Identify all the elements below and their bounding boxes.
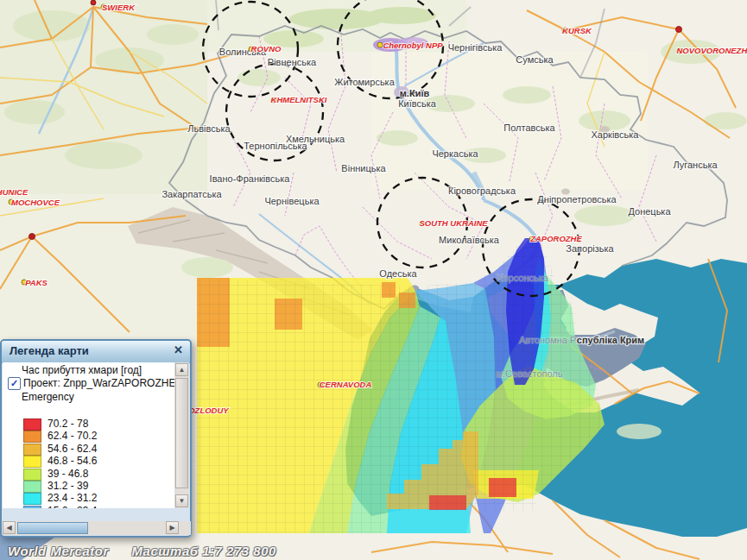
legend-class-row: 62.4 - 70.2 <box>3 430 174 442</box>
legend-range-label: 62.4 - 70.2 <box>47 430 97 442</box>
map-label: Черкаська <box>432 148 478 159</box>
npp-label: SWIERK <box>102 3 136 12</box>
map-label: спубліка Крим <box>577 335 644 345</box>
legend-horizontal-scrollbar[interactable]: ◀ ▶ <box>3 521 191 535</box>
legend-color-swatch <box>23 469 41 481</box>
legend-group-label: Emergency <box>22 391 74 403</box>
legend-color-swatch <box>23 418 41 431</box>
legend-range-label: 70.2 - 78 <box>47 418 88 430</box>
legend-class-row: 23.4 - 31.2 <box>3 492 174 504</box>
npp-label: HUNICE <box>0 187 28 197</box>
map-label: Луганська <box>673 160 718 170</box>
legend-color-swatch <box>23 456 41 468</box>
map-label: Дніпропетровська <box>537 194 617 204</box>
map-label: Полтавська <box>503 123 555 133</box>
npp-label: Chernobyl NPP <box>383 41 443 50</box>
npp-label: ZAPOROZHE <box>529 234 582 243</box>
map-label: Херсонська <box>497 273 549 283</box>
npp-label: KHMELNITSKI <box>271 95 327 104</box>
map-label: Рівненська <box>268 57 317 67</box>
legend-color-swatch <box>23 444 41 456</box>
npp-label: ROVNO <box>251 44 282 53</box>
map-label: Хмельницька <box>286 134 345 144</box>
project-checkbox[interactable]: ✓ <box>8 377 21 390</box>
legend-class-row: 70.2 - 78 <box>3 418 174 430</box>
city-dot <box>91 0 96 5</box>
scroll-down-icon[interactable]: ▼ <box>175 494 188 507</box>
map-label: Сумська <box>516 54 554 65</box>
scroll-up-icon[interactable]: ▲ <box>175 363 188 376</box>
map-label: Донецька <box>628 206 671 217</box>
map-label: Кіровоградська <box>448 186 516 196</box>
npp-label: SOUTH UKRAINE <box>419 218 488 228</box>
map-label: Харківська <box>592 129 640 140</box>
legend-panel-body: Час прибуття хмари [год] ✓ Проект: Znpp_… <box>3 362 175 508</box>
close-icon[interactable]: ✕ <box>174 343 183 356</box>
npp-site-dot <box>377 42 383 47</box>
city-dot <box>676 27 682 33</box>
map-label: Одеська <box>379 268 417 279</box>
statusbar: World Mercator Масштаб 1:7 273 800 <box>8 544 295 558</box>
legend-range-label: 54.6 - 62.4 <box>47 443 97 455</box>
city-dot <box>29 234 35 240</box>
map-label: Запорізька <box>566 243 614 254</box>
map-label: Миколаївська <box>439 235 500 245</box>
npp-label: CERNAVODA <box>320 380 372 389</box>
legend-color-swatch <box>23 431 41 443</box>
legend-class-row: 31.2 - 39 <box>3 480 174 492</box>
legend-panel-titlebar[interactable]: Легенда карти ✕ <box>2 341 190 363</box>
vertical-scroll-thumb[interactable] <box>175 378 188 488</box>
map-label: м.Севастополь <box>496 368 562 379</box>
legend-color-swatch <box>23 481 41 493</box>
gis-application-window: ВолинськаРівненськаЖитомирськаЧернігівсь… <box>0 0 747 560</box>
legend-class-row: 46.8 - 54.6 <box>3 455 174 467</box>
legend-subtitle: Час прибуття хмари [год] <box>22 364 142 376</box>
legend-range-label: 46.8 - 54.6 <box>47 455 97 467</box>
legend-color-swatch <box>23 493 41 505</box>
scroll-right-icon[interactable]: ▶ <box>166 521 179 534</box>
npp-label: NOVOVORONEZH2 <box>676 46 747 55</box>
npp-label: MOCHOVCE <box>11 198 60 207</box>
npp-label: PAKS <box>25 278 47 287</box>
map-label: Житомирська <box>334 77 395 87</box>
project-label: Проект: Znpp_WarZAPOROZHE-1-202 <box>23 377 175 389</box>
map-label: Вінницька <box>341 163 386 173</box>
scale-label: Масштаб 1:7 273 800 <box>131 544 275 558</box>
legend-class-row: 54.6 - 62.4 <box>3 443 174 455</box>
legend-range-label: 23.4 - 31.2 <box>47 492 97 504</box>
scroll-left-icon[interactable]: ◀ <box>3 521 16 534</box>
legend-range-label: 15.6 - 23.4 <box>47 505 97 508</box>
map-label: Київська <box>398 98 437 109</box>
map-label: Івано-Франківська <box>210 173 291 184</box>
projection-label: World Mercator <box>8 544 109 558</box>
map-label: Автономна Ре <box>519 335 581 345</box>
map-label: Закарпатська <box>161 189 222 199</box>
map-label: Чернівецька <box>264 196 320 206</box>
legend-range-label: 39 - 46.8 <box>47 468 88 480</box>
map-label: м.Київ <box>400 88 430 98</box>
map-label: Чернігівська <box>448 42 503 53</box>
legend-class-row: 15.6 - 23.4 <box>3 505 174 508</box>
legend-color-swatch <box>23 506 41 508</box>
legend-panel[interactable]: Легенда карти ✕ Час прибуття хмари [год]… <box>0 339 192 538</box>
legend-class-row: 39 - 46.8 <box>3 468 174 480</box>
legend-vertical-scrollbar[interactable]: ▲ ▼ <box>174 362 189 508</box>
map-label: Львівська <box>187 123 231 134</box>
horizontal-scroll-thumb[interactable] <box>17 522 88 534</box>
legend-panel-title: Легенда карти <box>9 344 89 357</box>
legend-range-label: 31.2 - 39 <box>47 480 88 492</box>
npp-label: KURSK <box>562 26 592 35</box>
